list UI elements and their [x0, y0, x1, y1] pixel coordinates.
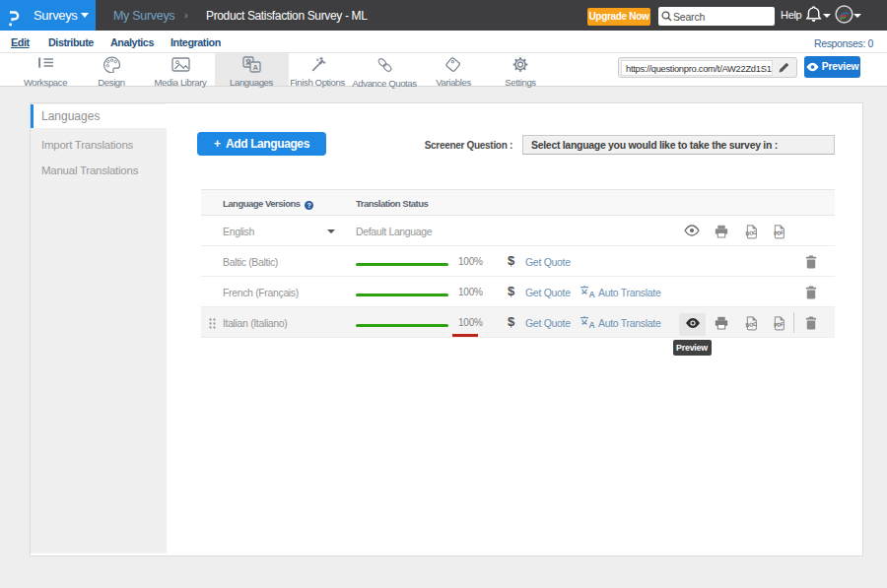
svg-text:A: A	[589, 320, 595, 329]
svg-text:A: A	[252, 63, 258, 72]
svg-text:PDF: PDF	[774, 321, 785, 328]
svg-text:PDF: PDF	[774, 229, 785, 236]
svg-text:DOC: DOC	[745, 229, 757, 236]
svg-text:A: A	[589, 290, 595, 298]
svg-text:DOC: DOC	[745, 321, 757, 328]
